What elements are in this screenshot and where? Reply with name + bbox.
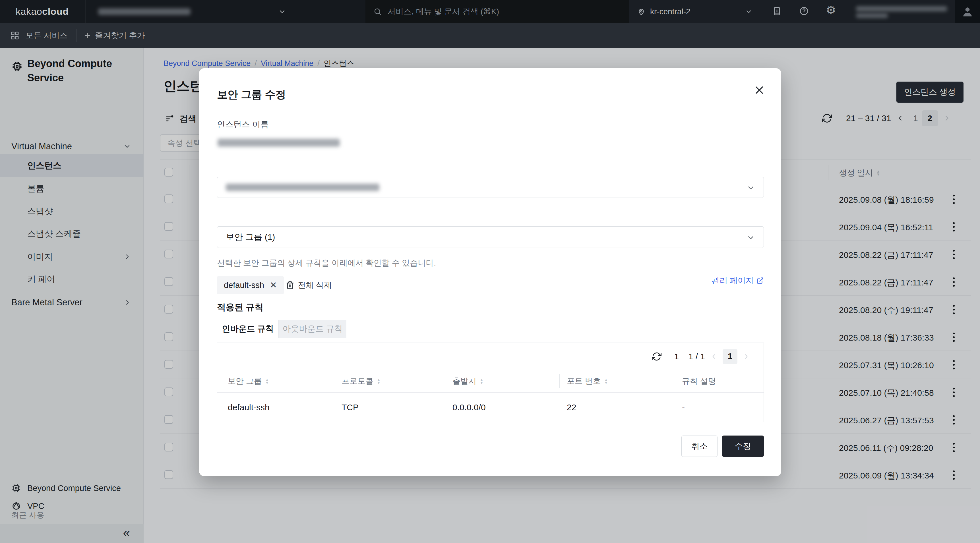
security-group-select[interactable]: 보안 그룹 (1) [217, 226, 764, 248]
manage-page-link-sg[interactable]: 관리 페이지 [711, 275, 764, 286]
header-security-group[interactable]: 보안 그룹▲▼ [228, 376, 342, 387]
sort-icon: ▲▼ [265, 378, 269, 384]
rules-page-1-current[interactable]: 1 [722, 349, 737, 364]
cell-protocol: TCP [342, 403, 452, 412]
tab-inbound-rules[interactable]: 인바운드 규칙 [217, 320, 279, 338]
rules-table-header: 보안 그룹▲▼ 프로토콜▲▼ 출발지▲▼ 포트 번호▲▼ 규칙 설명 [217, 370, 764, 392]
header-source[interactable]: 출발지▲▼ [452, 376, 567, 387]
submit-button[interactable]: 수정 [722, 435, 764, 457]
chip-remove-icon[interactable]: ✕ [270, 281, 277, 289]
sort-icon: ▲▼ [377, 378, 380, 384]
cell-port: 22 [567, 403, 682, 412]
tab-outbound-rules[interactable]: 아웃바운드 규칙 [279, 320, 346, 338]
security-group-helper-text: 선택한 보안 그룹의 상세 규칙을 아래에서 확인할 수 있습니다. [217, 257, 436, 268]
chevron-down-icon [746, 233, 755, 242]
cell-security-group: default-ssh [228, 403, 342, 412]
security-group-chip: default-ssh ✕ [217, 276, 284, 294]
cell-rule-description: - [682, 403, 764, 412]
network-interface-select[interactable] [217, 177, 764, 198]
modal-title: 보안 그룹 수정 [217, 87, 286, 102]
instance-name-redacted [218, 139, 340, 147]
rules-table-row: default-ssh TCP 0.0.0.0/0 22 - [217, 392, 764, 422]
security-group-value: 보안 그룹 (1) [226, 232, 275, 243]
rules-prev-button[interactable] [710, 353, 718, 360]
sort-icon: ▲▼ [480, 378, 484, 384]
trash-icon [286, 281, 294, 289]
header-protocol[interactable]: 프로토콜▲▼ [342, 376, 452, 387]
external-link-icon [756, 277, 764, 284]
delete-all-button[interactable]: 전체 삭제 [286, 276, 332, 294]
close-icon[interactable] [754, 85, 765, 95]
header-rule-description: 규칙 설명 [682, 376, 764, 387]
rules-tabs: 인바운드 규칙 아웃바운드 규칙 [217, 320, 346, 338]
rules-pagination-range: 1 – 1 / 1 [674, 352, 705, 361]
cell-source: 0.0.0.0/0 [452, 403, 567, 412]
cancel-button[interactable]: 취소 [681, 435, 718, 457]
chip-label: default-ssh [224, 281, 264, 290]
header-port[interactable]: 포트 번호▲▼ [567, 376, 682, 387]
refresh-icon[interactable] [652, 352, 662, 361]
edit-security-group-modal: 보안 그룹 수정 인스턴스 이름 네트워크 인터페이스 * 관리 페이지 보안 … [199, 68, 781, 476]
sort-icon: ▲▼ [605, 378, 608, 384]
instance-name-label: 인스턴스 이름 [217, 119, 269, 130]
applied-rules-title: 적용된 규칙 [217, 302, 264, 313]
chevron-down-icon [746, 184, 755, 192]
rules-next-button[interactable] [743, 353, 750, 360]
rules-table: 1 – 1 / 1 1 보안 그룹▲▼ 프로토콜▲▼ 출발지▲▼ 포트 번호▲▼… [217, 343, 764, 422]
rules-table-toolbar: 1 – 1 / 1 1 [652, 343, 755, 370]
network-interface-redacted [226, 184, 379, 191]
